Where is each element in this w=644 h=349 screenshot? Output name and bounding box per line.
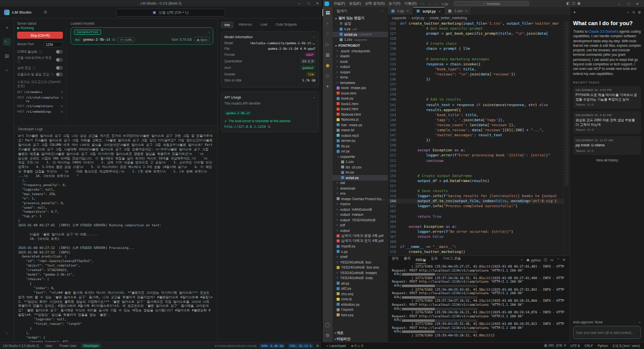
minimize-icon[interactable]: –	[295, 0, 304, 7]
minimize-icon[interactable]: –	[615, 1, 624, 7]
more-actions-icon[interactable]: ⋯	[380, 9, 384, 13]
statusbar-item[interactable]: ⊗ 0 ⚠ 0	[351, 344, 363, 348]
tree-item[interactable]: flipbook.html	[333, 112, 388, 117]
extensions-icon[interactable]: ▦	[323, 51, 333, 58]
code-line[interactable]: 169if __name__ == "__main__":	[388, 244, 564, 249]
code-line[interactable]: 167 return False	[388, 234, 564, 239]
tab-load[interactable]: Load	[257, 22, 270, 28]
wrench-icon[interactable]: ⚙	[44, 10, 47, 15]
breadcrumb-item[interactable]: script.py	[412, 16, 424, 20]
code-line[interactable]: 151 logger.error(f"Error processing book…	[388, 153, 564, 158]
tree-item[interactable]: ›dat	[333, 181, 388, 186]
tree-item[interactable]: font.svg	[333, 312, 388, 318]
close-icon[interactable]: ✕	[465, 9, 467, 13]
statusbar-item[interactable]: Python	[598, 344, 608, 347]
code-line[interactable]: 133 response = chain.invoke({	[388, 62, 564, 67]
tree-item[interactable]: ›pdf	[333, 223, 388, 228]
tab-info[interactable]: Info	[221, 22, 233, 28]
code-line[interactable]: 162	[388, 209, 564, 214]
panel-tab-포트[interactable]: 포트	[431, 256, 438, 264]
tree-item[interactable]: ›templates	[333, 80, 388, 85]
code-line[interactable]: 161 logger.info("Process completed succe…	[388, 204, 564, 209]
statusbar-item[interactable]: ⌁ Launchpad	[327, 344, 346, 348]
task-card[interactable]: DECEMBER 23, 11:37 AMpip install -U olla…	[573, 136, 641, 155]
server-port-input[interactable]	[44, 42, 63, 47]
tree-item[interactable]: book_image.jpg	[333, 85, 388, 91]
tree-item[interactable]: output.mp3	[333, 133, 388, 138]
root-folder-section[interactable]: ⌄ FONTROBOT	[333, 42, 388, 48]
tree-item[interactable]: ›download	[333, 186, 388, 191]
statusbar-item[interactable]: UTF-8	[571, 344, 580, 347]
tree-item[interactable]: x.py	[333, 249, 388, 254]
tree-item[interactable]: 삼국지 대백과 본문 4쪽.pdf	[333, 233, 388, 239]
code-line[interactable]: 130 chain = prompt | llm	[388, 46, 564, 51]
search-icon[interactable]: ⌕	[3, 66, 11, 74]
tree-item[interactable]: ›output	[333, 228, 388, 233]
tree-item[interactable]: flipbooks.js	[333, 117, 388, 123]
tree-item[interactable]: url.py	[333, 149, 388, 154]
tree-item[interactable]: book2.html	[333, 107, 388, 112]
breadcrumb-item[interactable]: copywrite	[392, 16, 407, 20]
tree-item[interactable]: ›shelf	[333, 254, 388, 260]
copy-icon[interactable]: ⧉	[61, 96, 63, 100]
tree-item[interactable]: ›book	[333, 59, 388, 64]
tree-item[interactable]: ›Aladin	[333, 54, 388, 59]
tree-item[interactable]: conv.js	[333, 297, 388, 302]
tree-item[interactable]: server.py	[333, 138, 388, 144]
close-icon[interactable]: ✕	[407, 9, 409, 13]
tree-item[interactable]: image Overlay Project.fcpxml	[333, 196, 388, 202]
code-line[interactable]: 154	[388, 168, 564, 173]
code-line[interactable]: 157	[388, 184, 564, 189]
developer-logs-content[interactable]: art 1\n볼펜 일러스트 문구 그림 나의 생성 공간을 제기로 로거의 바…	[14, 132, 217, 342]
mode-developer[interactable]: Developer	[81, 343, 101, 348]
maximize-icon[interactable]: □	[624, 1, 633, 7]
close-icon[interactable]: ✕	[313, 0, 322, 7]
forward-arrow-icon[interactable]: →	[434, 2, 439, 6]
code-line[interactable]: 147 'twitter_messages': result_text	[388, 133, 564, 138]
tree-item[interactable]: ›svgani	[333, 69, 388, 75]
download-icon[interactable]: ↓	[3, 329, 11, 337]
open-editor-item[interactable]: script.pycopywrite	[333, 32, 388, 37]
code-line[interactable]: 125def create_twitter_marketing(input_fi…	[388, 21, 564, 26]
trash-icon[interactable]: ▭	[550, 258, 554, 262]
settings-gear-icon[interactable]: ⚙	[323, 332, 333, 339]
claude-extension-icon[interactable]: ✦	[323, 83, 333, 90]
auto-approve-row[interactable]: Auto-approve: None ⌄	[573, 320, 641, 324]
menu-item[interactable]: 선택 영역(S)	[363, 1, 386, 6]
view-all-history-link[interactable]: View all history	[573, 158, 641, 162]
new-task-icon[interactable]: ＋	[626, 10, 630, 15]
tree-item[interactable]: book1.html	[333, 101, 388, 107]
copy-icon[interactable]: ⧉	[61, 90, 63, 94]
search-icon[interactable]: ⌕	[323, 20, 333, 27]
code-line[interactable]: 159 logger.info(f"Saving results for {le…	[388, 194, 564, 199]
copy-icon[interactable]: ⧉	[61, 104, 63, 108]
editor-tab[interactable]: 1.csv✕	[445, 7, 471, 15]
code-line[interactable]: 144 'tags': ', '.join(data['tags']),	[388, 118, 564, 123]
chevron-right-icon[interactable]: ›	[208, 30, 210, 35]
open-editor-item[interactable]: 1.csvcopywrite	[333, 37, 388, 43]
explorer-icon[interactable]: ▤	[323, 9, 333, 16]
tree-item[interactable]: tts.py	[333, 143, 388, 149]
code-line[interactable]: 136 })	[388, 77, 564, 82]
code-line[interactable]: 131	[388, 52, 564, 57]
mode-power-user[interactable]: Power User	[57, 343, 79, 348]
stop-server-button[interactable]: Stop (Ctrl+R)	[17, 32, 63, 39]
code-line[interactable]: 155 # Create output DataFrame	[388, 173, 564, 179]
code-editor[interactable]: 125def create_twitter_marketing(input_fi…	[388, 21, 570, 255]
testing-icon[interactable]: ◇	[323, 72, 333, 79]
panel-tab-문제[interactable]: 문제	[392, 256, 399, 264]
code-line[interactable]: 160 output_df.to_csv(output_file, index=…	[388, 199, 564, 204]
tree-item[interactable]: ›env	[333, 191, 388, 197]
tree-item[interactable]: ›output_malgun	[333, 212, 388, 218]
tree-item[interactable]: ›.ipynb_checkpoints	[333, 48, 388, 54]
tree-item[interactable]: lm.py	[333, 170, 388, 176]
tree-item[interactable]: han_maze.py	[333, 122, 388, 128]
history-icon[interactable]: ↻	[632, 11, 635, 15]
curl-button[interactable]: </> cURL	[117, 37, 135, 42]
tree-item[interactable]: mypdf.py	[333, 244, 388, 249]
close-icon[interactable]: ✕	[633, 1, 642, 7]
code-line[interactable]: 137	[388, 82, 564, 87]
code-line[interactable]: 138	[388, 87, 564, 92]
toggle-switch[interactable]	[56, 66, 63, 70]
copy-icon[interactable]: ⧉	[268, 125, 270, 129]
